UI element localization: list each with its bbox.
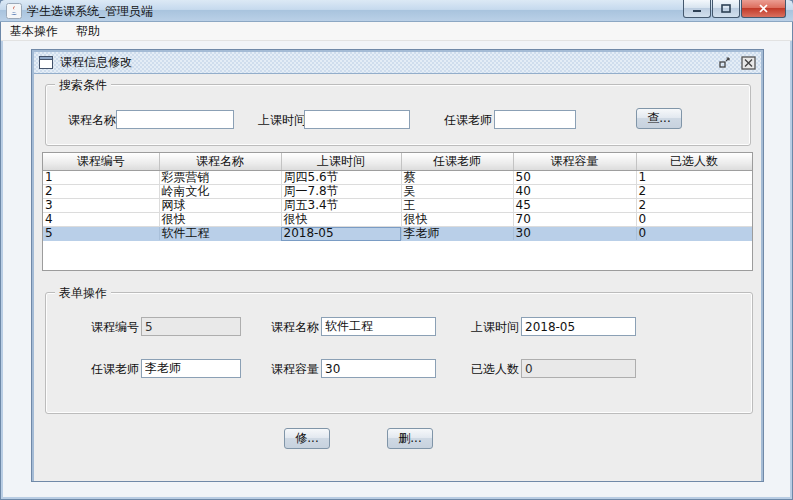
window-title: 学生选课系统_管理员端 bbox=[27, 0, 153, 22]
table-row[interactable]: 1彩票营销周四5.6节蔡501 bbox=[43, 171, 752, 185]
table-cell[interactable]: 50 bbox=[513, 171, 636, 185]
menu-bar: 基本操作 帮助 bbox=[1, 22, 792, 41]
table-cell[interactable]: 周五3.4节 bbox=[281, 199, 401, 213]
col-header-capacity[interactable]: 课程容量 bbox=[513, 153, 636, 171]
table-cell[interactable]: 3 bbox=[43, 199, 159, 213]
course-table-header: 课程编号 课程名称 上课时间 任课老师 课程容量 已选人数 bbox=[43, 153, 752, 171]
table-cell[interactable]: 0 bbox=[636, 227, 752, 241]
form-time-label: 上课时间 bbox=[471, 318, 519, 336]
internal-frame-controls bbox=[716, 55, 756, 70]
menu-item-basic-ops[interactable]: 基本操作 bbox=[1, 22, 67, 41]
internal-close-button[interactable] bbox=[740, 55, 756, 70]
col-header-course-name[interactable]: 课程名称 bbox=[159, 153, 281, 171]
table-cell[interactable]: 1 bbox=[43, 171, 159, 185]
table-cell[interactable]: 很快 bbox=[159, 213, 281, 227]
internal-frame-titlebar[interactable]: 课程信息修改 bbox=[34, 52, 761, 74]
search-teacher-label: 任课老师 bbox=[444, 111, 492, 129]
table-cell[interactable]: 李老师 bbox=[401, 227, 513, 241]
col-header-course-id[interactable]: 课程编号 bbox=[43, 153, 159, 171]
table-row[interactable]: 3网球周五3.4节王452 bbox=[43, 199, 752, 213]
internal-frame-title: 课程信息修改 bbox=[60, 52, 132, 73]
form-capacity-input[interactable] bbox=[321, 359, 436, 378]
table-cell[interactable]: 1 bbox=[636, 171, 752, 185]
internal-frame-content: 搜索条件 课程名称 上课时间 任课老师 查... bbox=[34, 74, 761, 481]
internal-maximize-icon bbox=[718, 56, 731, 69]
form-groupbox: 表单操作 课程编号 课程名称 上课时间 任课老师 课程容量 已选人数 bbox=[45, 292, 753, 414]
course-table-scrollpane[interactable]: 课程编号 课程名称 上课时间 任课老师 课程容量 已选人数 1彩票营销周四5.6… bbox=[42, 152, 753, 271]
table-cell[interactable]: 周一7.8节 bbox=[281, 185, 401, 199]
table-cell[interactable]: 王 bbox=[401, 199, 513, 213]
col-header-time[interactable]: 上课时间 bbox=[281, 153, 401, 171]
form-capacity-label: 课程容量 bbox=[271, 360, 319, 378]
form-selected-count-label: 已选人数 bbox=[471, 360, 519, 378]
table-cell[interactable]: 蔡 bbox=[401, 171, 513, 185]
search-group-title: 搜索条件 bbox=[55, 77, 111, 94]
table-row[interactable]: 5软件工程2018-05李老师300 bbox=[43, 227, 752, 241]
desktop-pane: 课程信息修改 bbox=[3, 41, 790, 496]
java-app-icon bbox=[6, 3, 22, 19]
internal-frame-icon bbox=[39, 56, 53, 69]
col-header-selected-count[interactable]: 已选人数 bbox=[636, 153, 752, 171]
internal-frame-course-edit: 课程信息修改 bbox=[32, 50, 763, 481]
course-table: 课程编号 课程名称 上课时间 任课老师 课程容量 已选人数 1彩票营销周四5.6… bbox=[43, 153, 753, 241]
table-cell[interactable]: 70 bbox=[513, 213, 636, 227]
table-cell[interactable]: 吴 bbox=[401, 185, 513, 199]
table-cell[interactable]: 彩票营销 bbox=[159, 171, 281, 185]
form-course-name-label: 课程名称 bbox=[271, 318, 319, 336]
close-button[interactable] bbox=[741, 0, 786, 18]
maximize-button[interactable] bbox=[712, 0, 740, 18]
app-window: 学生选课系统_管理员端 基本操作 帮助 课程信息修改 bbox=[0, 0, 793, 500]
table-cell[interactable]: 网球 bbox=[159, 199, 281, 213]
search-time-input[interactable] bbox=[304, 110, 410, 129]
table-cell[interactable]: 2 bbox=[43, 185, 159, 199]
form-teacher-input[interactable] bbox=[141, 359, 241, 378]
table-row[interactable]: 2岭南文化周一7.8节吴402 bbox=[43, 185, 752, 199]
form-course-name-input[interactable] bbox=[321, 317, 436, 336]
course-table-body: 1彩票营销周四5.6节蔡5012岭南文化周一7.8节吴4023网球周五3.4节王… bbox=[43, 171, 752, 241]
menu-item-help[interactable]: 帮助 bbox=[67, 22, 109, 41]
table-cell[interactable]: 2018-05 bbox=[281, 227, 401, 241]
search-time-label: 上课时间 bbox=[258, 111, 306, 129]
search-course-name-label: 课程名称 bbox=[68, 111, 116, 129]
form-teacher-label: 任课老师 bbox=[91, 360, 139, 378]
window-controls bbox=[682, 0, 786, 18]
table-cell[interactable]: 45 bbox=[513, 199, 636, 213]
table-cell[interactable]: 2 bbox=[636, 199, 752, 213]
table-cell[interactable]: 周四5.6节 bbox=[281, 171, 401, 185]
maximize-icon bbox=[721, 4, 731, 13]
internal-close-icon bbox=[741, 56, 756, 70]
search-button[interactable]: 查... bbox=[636, 108, 682, 129]
search-course-name-input[interactable] bbox=[116, 110, 234, 129]
form-selected-count-input bbox=[521, 359, 636, 378]
table-cell[interactable]: 0 bbox=[636, 213, 752, 227]
internal-maximize-button[interactable] bbox=[716, 55, 732, 70]
table-row[interactable]: 4很快很快很快700 bbox=[43, 213, 752, 227]
table-cell[interactable]: 4 bbox=[43, 213, 159, 227]
search-groupbox: 搜索条件 课程名称 上课时间 任课老师 查... bbox=[45, 84, 751, 146]
form-course-id-label: 课程编号 bbox=[91, 318, 139, 336]
delete-button[interactable]: 删... bbox=[387, 428, 433, 449]
table-cell[interactable]: 软件工程 bbox=[159, 227, 281, 241]
table-cell[interactable]: 很快 bbox=[281, 213, 401, 227]
col-header-teacher[interactable]: 任课老师 bbox=[401, 153, 513, 171]
table-cell[interactable]: 5 bbox=[43, 227, 159, 241]
table-cell[interactable]: 30 bbox=[513, 227, 636, 241]
form-group-title: 表单操作 bbox=[55, 285, 111, 302]
table-cell[interactable]: 岭南文化 bbox=[159, 185, 281, 199]
window-titlebar[interactable]: 学生选课系统_管理员端 bbox=[0, 0, 793, 22]
minimize-button[interactable] bbox=[683, 0, 711, 18]
search-teacher-input[interactable] bbox=[494, 110, 576, 129]
minimize-icon bbox=[692, 4, 702, 13]
modify-button[interactable]: 修... bbox=[284, 428, 330, 449]
close-icon bbox=[758, 4, 769, 13]
form-course-id-input bbox=[141, 317, 241, 336]
table-cell[interactable]: 40 bbox=[513, 185, 636, 199]
table-cell[interactable]: 2 bbox=[636, 185, 752, 199]
table-cell[interactable]: 很快 bbox=[401, 213, 513, 227]
form-time-input[interactable] bbox=[521, 317, 636, 336]
